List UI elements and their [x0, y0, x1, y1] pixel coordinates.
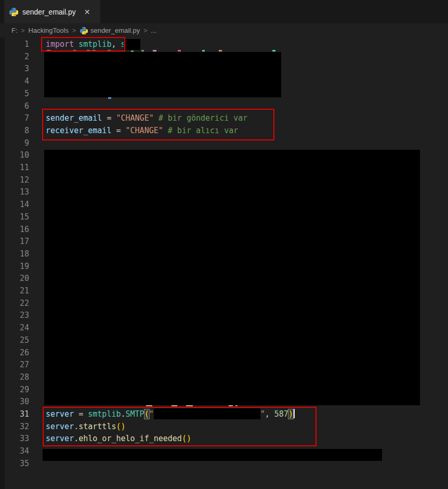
code-sliver	[272, 50, 275, 52]
redaction-box	[44, 150, 420, 405]
breadcrumb-more[interactable]: ...	[151, 27, 156, 34]
breadcrumb-folder[interactable]: HackingTools	[29, 27, 69, 34]
code-sliver	[153, 50, 156, 52]
tab-title: sender_email.py	[22, 8, 76, 16]
tab-sender-email[interactable]: sender_email.py ✕	[4, 0, 100, 23]
breadcrumb: F: > HackingTools > sender_email.py > ..…	[0, 23, 448, 37]
tab-bar: sender_email.py ✕	[0, 0, 448, 23]
redaction-box	[43, 449, 382, 461]
chevron-right-icon: >	[143, 27, 147, 34]
redaction-box	[44, 52, 281, 97]
code-sliver	[219, 50, 222, 52]
annotation-red-box	[43, 407, 317, 446]
breadcrumb-drive[interactable]: F:	[11, 27, 18, 34]
redaction-box	[124, 39, 140, 50]
annotation-red-box	[41, 37, 125, 52]
breadcrumb-file[interactable]: sender_email.py	[90, 27, 140, 34]
editor-left-edge	[0, 37, 5, 489]
python-icon	[80, 27, 88, 34]
chevron-right-icon: >	[72, 27, 76, 34]
chevron-right-icon: >	[21, 27, 25, 34]
code-sliver	[202, 50, 205, 52]
annotation-red-box	[42, 109, 274, 140]
python-icon	[9, 7, 18, 16]
code-sliver	[141, 50, 144, 52]
code-sliver	[108, 97, 111, 99]
vscode-window: sender_email.py ✕ F: > HackingTools > se…	[0, 0, 448, 489]
close-icon[interactable]: ✕	[84, 8, 90, 16]
code-sliver	[178, 50, 181, 52]
